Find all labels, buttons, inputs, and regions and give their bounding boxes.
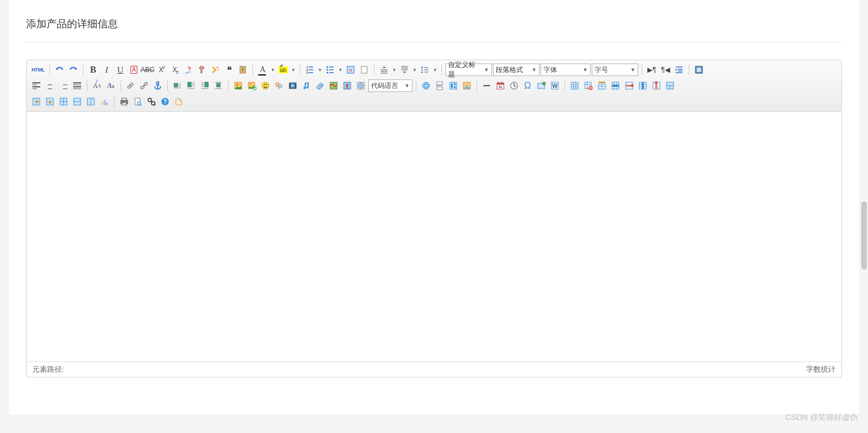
tolowercase-button[interactable]: Aa xyxy=(104,79,117,92)
preview-button[interactable] xyxy=(132,95,144,108)
wordimage-button[interactable]: W xyxy=(549,79,561,92)
drafts-button[interactable] xyxy=(172,95,185,108)
insertorderedlist-button[interactable]: 123 xyxy=(304,64,316,76)
unorderedlist-arrow[interactable]: ▼ xyxy=(338,68,343,73)
scrawl-button[interactable] xyxy=(273,79,285,92)
superscript-button[interactable]: X2 xyxy=(155,64,167,76)
unlink-button[interactable] xyxy=(138,79,150,92)
snapscreen-button[interactable] xyxy=(535,79,547,92)
spechars-button[interactable]: Ω xyxy=(521,79,534,92)
gmap-button[interactable] xyxy=(341,79,353,92)
lineheight-button[interactable] xyxy=(419,64,431,76)
fontfamily-select[interactable]: 字体▼ xyxy=(541,64,591,76)
forecolor-arrow[interactable]: ▼ xyxy=(270,68,276,73)
template-button[interactable] xyxy=(447,79,460,92)
element-path-label[interactable]: 元素路径: xyxy=(32,364,64,375)
time-button[interactable] xyxy=(508,79,520,92)
backcolor-arrow[interactable]: ▼ xyxy=(290,68,296,73)
mergeright-button[interactable] xyxy=(30,95,43,108)
undo-button[interactable] xyxy=(53,64,66,76)
charts-button[interactable] xyxy=(98,95,111,108)
editor-content-area[interactable] xyxy=(27,112,841,361)
splittorows-button[interactable] xyxy=(71,95,83,108)
deleterow-button[interactable] xyxy=(623,79,635,92)
customstyle-select[interactable]: 自定义标题▼ xyxy=(445,64,492,76)
insertcol-button[interactable] xyxy=(637,79,649,92)
date-button[interactable]: 31 xyxy=(494,79,507,92)
justifyjustify-button[interactable] xyxy=(71,79,83,92)
insertframe-button[interactable] xyxy=(355,79,367,92)
rowspacingbottom-arrow[interactable]: ▼ xyxy=(412,68,418,73)
formatmatch-button[interactable] xyxy=(196,64,208,76)
horizontal-button[interactable] xyxy=(481,79,493,92)
mergedown-button[interactable] xyxy=(44,95,56,108)
lineheight-arrow[interactable]: ▼ xyxy=(432,68,438,73)
splittocols-button[interactable] xyxy=(85,95,97,108)
imagenone-button[interactable] xyxy=(171,79,184,92)
emotion-button[interactable] xyxy=(259,79,272,92)
svg-point-15 xyxy=(327,69,328,71)
print-button[interactable] xyxy=(118,95,130,108)
bold-button[interactable]: B xyxy=(87,64,99,76)
searchreplace-button[interactable] xyxy=(145,95,158,108)
splittocells-button[interactable] xyxy=(57,95,70,108)
map-button[interactable] xyxy=(327,79,340,92)
pagebreak-button[interactable] xyxy=(433,79,446,92)
background-button[interactable] xyxy=(461,79,473,92)
simpleupload-button[interactable] xyxy=(232,79,245,92)
webapp-button[interactable] xyxy=(420,79,432,92)
insertimage-button[interactable] xyxy=(246,79,258,92)
italic-button[interactable]: I xyxy=(100,64,113,76)
attachment-button[interactable] xyxy=(314,79,326,92)
cleardoc-button[interactable] xyxy=(358,64,370,76)
touppercase-button[interactable]: AA xyxy=(91,79,103,92)
justifyright-button[interactable] xyxy=(57,79,70,92)
backcolor-button[interactable]: ab xyxy=(277,64,289,76)
insertunorderedlist-button[interactable] xyxy=(324,64,336,76)
directionalityltr-button[interactable]: ▶¶ xyxy=(646,64,658,76)
separator xyxy=(228,80,229,91)
help-button[interactable]: ? xyxy=(159,95,171,108)
underline-button[interactable]: U xyxy=(114,64,127,76)
insertparagraphbeforetable-button[interactable] xyxy=(596,79,608,92)
blockquote-button[interactable]: ❝ xyxy=(223,64,235,76)
indent-button[interactable] xyxy=(673,64,685,76)
strikethrough-button[interactable]: ABC xyxy=(141,64,154,76)
deletetable-button[interactable] xyxy=(582,79,595,92)
music-button[interactable] xyxy=(300,79,313,92)
svg-point-69 xyxy=(264,84,265,85)
rowspacingtop-arrow[interactable]: ▼ xyxy=(391,68,397,73)
anchor-button[interactable] xyxy=(151,79,164,92)
fontsize-select[interactable]: 字号▼ xyxy=(592,64,638,76)
mergecells-button[interactable] xyxy=(664,79,676,92)
word-count-label[interactable]: 字数统计 xyxy=(806,364,836,375)
directionalityrtl-button[interactable]: ¶◀ xyxy=(659,64,672,76)
insertvideo-button[interactable] xyxy=(286,79,299,92)
deletecol-button[interactable] xyxy=(650,79,663,92)
autotypeset-button[interactable] xyxy=(209,64,222,76)
inserttable-button[interactable] xyxy=(568,79,581,92)
fullscreen-button[interactable] xyxy=(693,64,705,76)
justifycenter-button[interactable] xyxy=(44,79,56,92)
fontborder-button[interactable]: A xyxy=(128,64,140,76)
source-button[interactable]: HTML xyxy=(30,64,46,76)
scrollbar-thumb[interactable] xyxy=(861,201,867,270)
paragraph-select[interactable]: 段落格式▼ xyxy=(493,64,540,76)
link-button[interactable] xyxy=(124,79,137,92)
subscript-button[interactable]: X2 xyxy=(168,64,181,76)
insertrow-button[interactable] xyxy=(609,79,622,92)
justifyleft-button[interactable] xyxy=(30,79,43,92)
selectall-button[interactable]: a xyxy=(344,64,357,76)
svg-point-82 xyxy=(360,85,362,87)
rowspacingbottom-button[interactable] xyxy=(398,64,411,76)
pasteplain-button[interactable]: T xyxy=(237,64,249,76)
rowspacingtop-button[interactable] xyxy=(378,64,390,76)
imagecenter-button[interactable] xyxy=(212,79,225,92)
redo-button[interactable] xyxy=(67,64,79,76)
forecolor-button[interactable]: A xyxy=(256,64,269,76)
imageright-button[interactable] xyxy=(199,79,211,92)
imageleft-button[interactable] xyxy=(185,79,197,92)
insertcode-select[interactable]: 代码语言▼ xyxy=(368,79,412,92)
removeformat-button[interactable] xyxy=(182,64,195,76)
orderedlist-arrow[interactable]: ▼ xyxy=(317,68,323,73)
